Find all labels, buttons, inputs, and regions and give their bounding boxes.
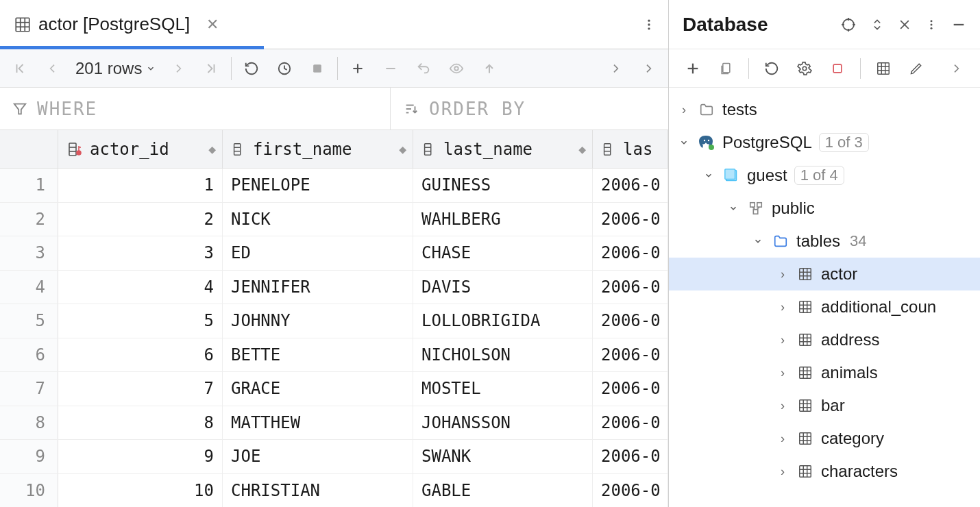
column-header-last-update[interactable]: las [593, 130, 668, 168]
cell-last-name[interactable]: SWANK [413, 440, 593, 473]
cell-last-name[interactable]: WAHLBERG [413, 203, 593, 236]
collapse-icon[interactable] [677, 138, 691, 147]
cell-last-name[interactable]: JOHANSSON [413, 406, 593, 440]
cell-last-update[interactable]: 2006-0 [593, 372, 668, 406]
cell-first-name[interactable]: PENELOPE [223, 169, 413, 202]
table-row[interactable]: 77GRACEMOSTEL2006-0 [0, 372, 668, 406]
chevron-right-2-icon[interactable] [638, 58, 659, 79]
cell-first-name[interactable]: JOE [223, 440, 413, 473]
collapse-icon[interactable] [751, 236, 765, 246]
revert-icon[interactable] [413, 58, 434, 79]
target-icon[interactable] [840, 16, 857, 33]
chevron-right-icon[interactable] [946, 58, 966, 79]
cell-last-update[interactable]: 2006-0 [593, 474, 668, 508]
table-row[interactable]: 33EDCHASE2006-0 [0, 236, 668, 271]
expand-icon[interactable]: › [776, 300, 789, 314]
close-icon[interactable]: ✕ [206, 16, 219, 34]
cell-first-name[interactable]: JOHNNY [223, 304, 413, 338]
grid-body[interactable]: 11PENELOPEGUINESS2006-022NICKWAHLBERG200… [0, 169, 668, 507]
expand-collapse-icon[interactable] [870, 18, 884, 32]
table-row[interactable]: 88MATTHEWJOHANSSON2006-0 [0, 406, 668, 441]
tree-node-table[interactable]: ›address [669, 323, 980, 356]
cell-first-name[interactable]: ED [223, 236, 413, 270]
expand-icon[interactable]: › [677, 103, 691, 117]
tab-actor[interactable]: actor [PostgreSQL] ✕ [0, 0, 232, 49]
collapse-icon[interactable] [702, 171, 715, 180]
collapse-icon[interactable] [726, 203, 740, 213]
cell-last-update[interactable]: 2006-0 [593, 236, 668, 270]
expand-icon[interactable]: › [776, 432, 789, 446]
cell-last-update[interactable]: 2006-0 [593, 440, 668, 473]
cell-last-name[interactable]: NICHOLSON [413, 338, 593, 372]
cell-last-update[interactable]: 2006-0 [593, 406, 668, 440]
tree-node-public[interactable]: public [669, 192, 980, 225]
sort-handle-icon[interactable]: ◆ [578, 147, 584, 152]
column-header-first-name[interactable]: first_name ◆ [223, 130, 413, 168]
tree-node-table[interactable]: ›characters [669, 455, 980, 488]
cell-actor-id[interactable]: 9 [58, 440, 223, 473]
cell-actor-id[interactable]: 2 [58, 203, 223, 236]
cell-first-name[interactable]: MATTHEW [223, 406, 413, 440]
tree-node-tables[interactable]: tables 34 [669, 225, 980, 258]
stop-icon[interactable] [307, 58, 328, 79]
where-filter[interactable]: WHERE [0, 88, 391, 129]
cell-first-name[interactable]: BETTE [223, 338, 413, 372]
cell-first-name[interactable]: NICK [223, 203, 413, 236]
table-row[interactable]: 1010CHRISTIANGABLE2006-0 [0, 474, 668, 508]
add-datasource-icon[interactable] [683, 58, 703, 79]
column-header-last-name[interactable]: last_name ◆ [413, 130, 593, 168]
cell-first-name[interactable]: CHRISTIAN [223, 474, 413, 508]
jump-to-table-icon[interactable] [873, 58, 894, 79]
expand-icon[interactable]: › [776, 333, 789, 347]
table-row[interactable]: 44JENNIFERDAVIS2006-0 [0, 271, 668, 305]
cell-actor-id[interactable]: 5 [58, 304, 223, 338]
table-row[interactable]: 55JOHNNYLOLLOBRIGIDA2006-0 [0, 304, 668, 338]
cell-actor-id[interactable]: 10 [58, 474, 223, 508]
cell-last-update[interactable]: 2006-0 [593, 203, 668, 236]
cell-last-update[interactable]: 2006-0 [593, 271, 668, 304]
tree-node-table[interactable]: ›animals [669, 356, 980, 389]
cell-last-name[interactable]: GUINESS [413, 169, 593, 202]
prev-page-icon[interactable] [42, 58, 63, 79]
orderby-filter[interactable]: ORDER BY [391, 88, 668, 129]
cell-last-update[interactable]: 2006-0 [593, 304, 668, 338]
expand-icon[interactable]: › [776, 366, 789, 380]
history-icon[interactable] [274, 58, 295, 79]
add-row-icon[interactable] [347, 58, 368, 79]
column-header-actor-id[interactable]: actor_id ◆ [58, 130, 223, 168]
commit-preview-icon[interactable] [446, 58, 467, 79]
sort-handle-icon[interactable]: ◆ [208, 147, 214, 152]
tree-node-table[interactable]: ›category [669, 422, 980, 455]
first-page-icon[interactable] [10, 58, 30, 79]
last-page-icon[interactable] [201, 58, 221, 79]
cell-last-name[interactable]: GABLE [413, 474, 593, 508]
table-row[interactable]: 11PENELOPEGUINESS2006-0 [0, 169, 668, 203]
sort-handle-icon[interactable]: ◆ [399, 147, 404, 152]
more-icon[interactable] [925, 18, 938, 31]
database-tree[interactable]: › tests PostgreSQL 1 of 3 guest 1 of 4 p… [669, 88, 980, 507]
tree-node-table[interactable]: ›bar [669, 389, 980, 422]
chevron-right-icon[interactable] [605, 58, 626, 79]
table-row[interactable]: 99JOESWANK2006-0 [0, 440, 668, 474]
cell-actor-id[interactable]: 7 [58, 372, 223, 406]
cell-actor-id[interactable]: 6 [58, 338, 223, 372]
tab-menu-icon[interactable] [642, 18, 656, 32]
cell-last-update[interactable]: 2006-0 [593, 169, 668, 202]
next-page-icon[interactable] [168, 58, 188, 79]
tree-node-tests[interactable]: › tests [669, 93, 980, 126]
remove-row-icon[interactable] [380, 58, 401, 79]
hide-icon[interactable] [898, 18, 911, 32]
cell-actor-id[interactable]: 8 [58, 406, 223, 440]
expand-icon[interactable]: › [776, 267, 789, 282]
refresh-icon[interactable] [241, 58, 262, 79]
settings-icon[interactable] [794, 58, 815, 79]
cell-last-name[interactable]: CHASE [413, 236, 593, 270]
cell-actor-id[interactable]: 3 [58, 236, 223, 270]
table-row[interactable]: 66BETTENICHOLSON2006-0 [0, 338, 668, 373]
tree-node-table[interactable]: ›actor [669, 258, 980, 290]
cell-last-name[interactable]: LOLLOBRIGIDA [413, 304, 593, 338]
cell-first-name[interactable]: GRACE [223, 372, 413, 406]
cell-actor-id[interactable]: 1 [58, 169, 223, 202]
stop-connection-icon[interactable] [827, 58, 848, 79]
table-row[interactable]: 22NICKWAHLBERG2006-0 [0, 203, 668, 237]
